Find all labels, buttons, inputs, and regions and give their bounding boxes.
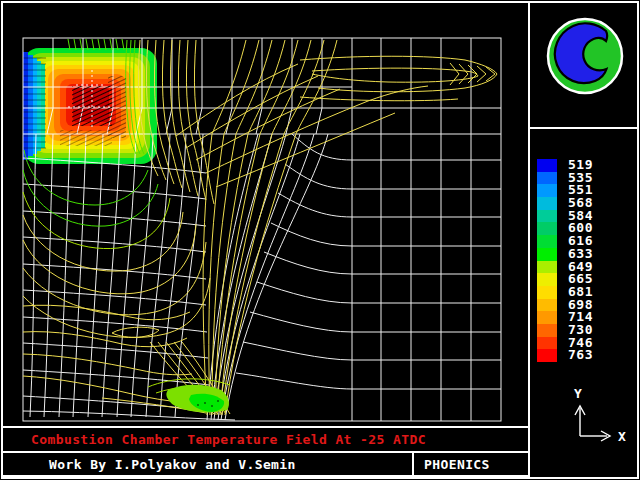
legend-swatch	[537, 184, 557, 197]
legend-swatch	[537, 324, 557, 337]
plot-title: Combustion Chamber Temperature Field At …	[31, 432, 426, 447]
legend-swatch	[537, 349, 557, 362]
legend-swatch	[537, 248, 557, 261]
phoenics-logo-icon	[542, 14, 628, 100]
credit-text: Work By I.Polyakov and V.Semin	[49, 457, 296, 472]
legend-swatch	[537, 286, 557, 299]
legend-swatch	[537, 235, 557, 248]
legend-swatch	[537, 299, 557, 312]
legend-swatch	[537, 172, 557, 185]
brand-text: PHOENICS	[424, 457, 490, 472]
legend-swatch	[537, 197, 557, 210]
y-axis-label: Y	[574, 386, 582, 401]
legend-swatch	[537, 210, 557, 223]
x-axis-label: X	[618, 429, 626, 444]
legend-value: 763	[568, 349, 593, 362]
logo-divider	[530, 127, 637, 129]
legend: 5195355515685846006166336496656816987147…	[537, 159, 593, 362]
legend-swatch	[537, 159, 557, 172]
plot-title-box: Combustion Chamber Temperature Field At …	[1, 426, 530, 453]
phoenics-screen: 5195355515685846006166336496656816987147…	[0, 0, 640, 480]
legend-swatch	[537, 261, 557, 274]
brand-box: PHOENICS	[412, 451, 530, 477]
legend-swatch	[537, 222, 557, 235]
legend-swatch	[537, 273, 557, 286]
sidebar-separator	[528, 1, 530, 477]
legend-row: 763	[537, 349, 593, 362]
legend-swatch	[537, 311, 557, 324]
credit-box: Work By I.Polyakov and V.Semin	[1, 451, 414, 477]
legend-swatch	[537, 337, 557, 350]
axis-triad: Y X	[552, 386, 637, 458]
